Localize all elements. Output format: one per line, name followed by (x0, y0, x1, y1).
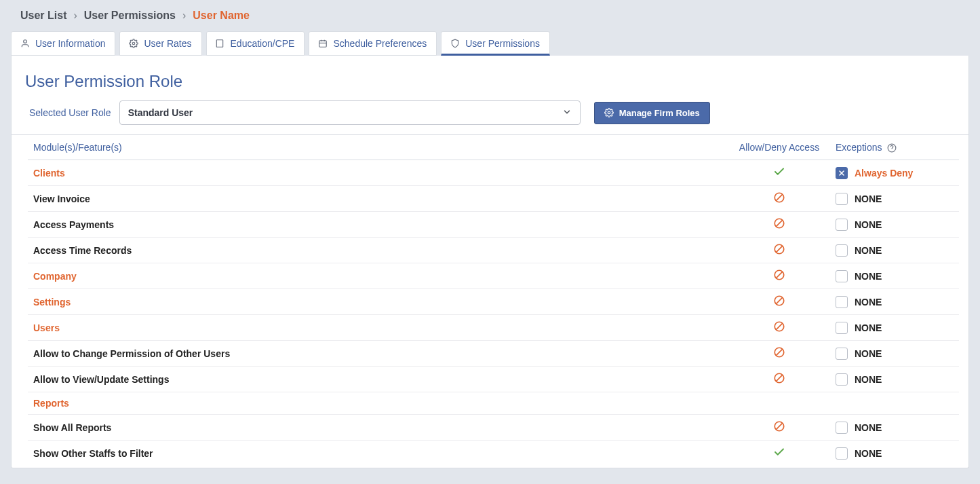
exception-label: NONE (855, 219, 882, 230)
column-header-module: Module(s)/Feature(s) (28, 135, 728, 160)
access-cell (728, 289, 830, 315)
manage-firm-roles-label: Manage Firm Roles (619, 108, 700, 118)
access-cell (728, 238, 830, 263)
tab-schedule[interactable]: Schedule Preferences (309, 31, 437, 56)
access-cell (728, 341, 830, 367)
manage-firm-roles-button[interactable]: Manage Firm Roles (594, 102, 710, 124)
tab-label: User Information (35, 38, 105, 49)
exception-checkbox[interactable] (836, 373, 848, 386)
exception-label: NONE (855, 271, 882, 282)
tabs: User InformationUser RatesEducation/CPES… (0, 31, 980, 56)
deny-icon (773, 243, 785, 257)
exception-checkbox[interactable] (836, 322, 848, 334)
exception-checkbox[interactable] (836, 167, 848, 179)
exception-cell: NONE (830, 315, 959, 341)
svg-line-23 (776, 246, 783, 253)
deny-icon (773, 191, 785, 206)
breadcrumb-item[interactable]: User Permissions (84, 10, 176, 22)
exception-label: NONE (855, 422, 882, 433)
svg-point-1 (132, 42, 135, 45)
gear-icon (128, 39, 138, 49)
exception-label: NONE (855, 448, 882, 459)
building-icon (215, 39, 225, 49)
access-cell (728, 315, 830, 341)
svg-point-0 (23, 40, 26, 43)
exception-label: NONE (855, 297, 882, 308)
module-row: UsersNONE (28, 315, 959, 341)
column-header-exceptions: Exceptions (830, 135, 959, 160)
svg-line-27 (776, 297, 783, 304)
exception-checkbox[interactable] (836, 422, 848, 434)
module-name: Reports (28, 392, 728, 415)
exception-label: NONE (855, 374, 882, 385)
gear-icon (604, 108, 614, 117)
permissions-panel: User Permission Role Selected User Role … (11, 56, 969, 468)
feature-name: Access Payments (28, 212, 728, 238)
exception-cell: NONE (830, 263, 959, 289)
allow-icon (773, 446, 785, 460)
feature-row: Access PaymentsNONE (28, 212, 959, 238)
breadcrumb-item[interactable]: User List (20, 10, 66, 22)
tab-label: Schedule Preferences (333, 38, 427, 49)
svg-rect-9 (319, 41, 327, 47)
exception-checkbox[interactable] (836, 296, 848, 308)
breadcrumb-current: User Name (193, 10, 250, 22)
exception-cell: NONE (830, 289, 959, 315)
deny-icon (773, 295, 785, 309)
exception-cell (830, 392, 959, 415)
deny-icon (773, 420, 785, 434)
page-title: User Permission Role (12, 56, 968, 100)
exception-cell: NONE (830, 415, 959, 441)
exception-cell: NONE (830, 341, 959, 367)
svg-line-33 (776, 375, 783, 381)
feature-name: Show All Reports (28, 415, 728, 441)
feature-row: View InvoiceNONE (28, 186, 959, 212)
help-icon[interactable] (887, 143, 897, 153)
user-icon (20, 39, 30, 49)
feature-name: Allow to View/Update Settings (28, 367, 728, 392)
exception-label: NONE (855, 193, 882, 204)
tab-label: User Permissions (465, 38, 540, 49)
exception-checkbox[interactable] (836, 348, 848, 360)
feature-name: View Invoice (28, 186, 728, 212)
deny-icon (773, 217, 785, 231)
exception-checkbox[interactable] (836, 193, 848, 205)
exception-checkbox[interactable] (836, 270, 848, 282)
svg-point-13 (608, 111, 610, 114)
svg-line-21 (776, 220, 783, 227)
module-name: Company (28, 263, 728, 289)
module-row: CompanyNONE (28, 263, 959, 289)
exception-checkbox[interactable] (836, 244, 848, 257)
exception-cell: NONE (830, 186, 959, 212)
breadcrumb: User List › User Permissions › User Name (0, 0, 980, 31)
tab-user-rates[interactable]: User Rates (119, 31, 201, 56)
access-cell (728, 415, 830, 441)
exception-cell: NONE (830, 441, 959, 461)
exception-checkbox[interactable] (836, 219, 848, 231)
tab-permissions[interactable]: User Permissions (441, 31, 550, 56)
role-select[interactable]: Standard User (119, 100, 581, 125)
tab-label: User Rates (144, 38, 191, 49)
feature-name: Allow to Change Permission of Other User… (28, 341, 728, 367)
tab-label: Education/CPE (231, 38, 295, 49)
chevron-right-icon: › (182, 10, 186, 22)
feature-name: Access Time Records (28, 238, 728, 263)
deny-icon (773, 269, 785, 283)
feature-row: Access Time RecordsNONE (28, 238, 959, 263)
permissions-table: Module(s)/Feature(s) Allow/Deny Access E… (28, 135, 959, 461)
feature-row: Show All ReportsNONE (28, 415, 959, 441)
tab-education[interactable]: Education/CPE (206, 31, 305, 56)
access-cell (728, 367, 830, 392)
deny-icon (773, 346, 785, 360)
exception-label: NONE (855, 245, 882, 256)
module-name: Settings (28, 289, 728, 315)
module-row: ClientsAlways Deny (28, 160, 959, 186)
role-label: Selected User Role (29, 107, 111, 118)
exception-checkbox[interactable] (836, 447, 848, 460)
chevron-down-icon (562, 107, 572, 119)
svg-line-25 (776, 272, 783, 278)
tab-user-info[interactable]: User Information (11, 31, 115, 56)
chevron-right-icon: › (73, 10, 77, 22)
feature-name: Show Other Staffs to Filter (28, 441, 728, 461)
allow-icon (773, 166, 785, 180)
